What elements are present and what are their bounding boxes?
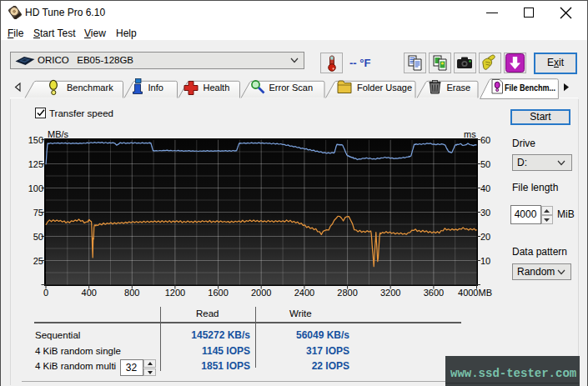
- svg-text:100: 100: [28, 183, 43, 193]
- svg-text:ms: ms: [464, 129, 476, 139]
- svg-text:50: 50: [480, 159, 490, 169]
- svg-text:25: 25: [33, 256, 43, 266]
- svg-text:2400: 2400: [294, 288, 314, 298]
- svg-text:40: 40: [480, 183, 490, 193]
- svg-text:2000: 2000: [251, 288, 271, 298]
- svg-text:10: 10: [480, 256, 490, 266]
- svg-text:MB/s: MB/s: [48, 129, 69, 139]
- svg-text:1200: 1200: [165, 288, 185, 298]
- svg-text:50: 50: [33, 232, 43, 242]
- svg-text:60: 60: [480, 135, 490, 145]
- svg-text:3600: 3600: [424, 288, 444, 298]
- svg-text:30: 30: [480, 208, 490, 218]
- svg-text:4000MB: 4000MB: [458, 288, 492, 298]
- svg-text:400: 400: [82, 288, 97, 298]
- svg-text:2800: 2800: [337, 288, 357, 298]
- svg-text:150: 150: [28, 135, 43, 145]
- svg-text:1600: 1600: [208, 288, 228, 298]
- svg-text:800: 800: [124, 288, 139, 298]
- svg-text:0: 0: [43, 288, 48, 298]
- svg-text:75: 75: [33, 208, 43, 218]
- svg-text:125: 125: [28, 159, 43, 169]
- svg-text:20: 20: [480, 232, 490, 242]
- svg-text:3200: 3200: [380, 288, 400, 298]
